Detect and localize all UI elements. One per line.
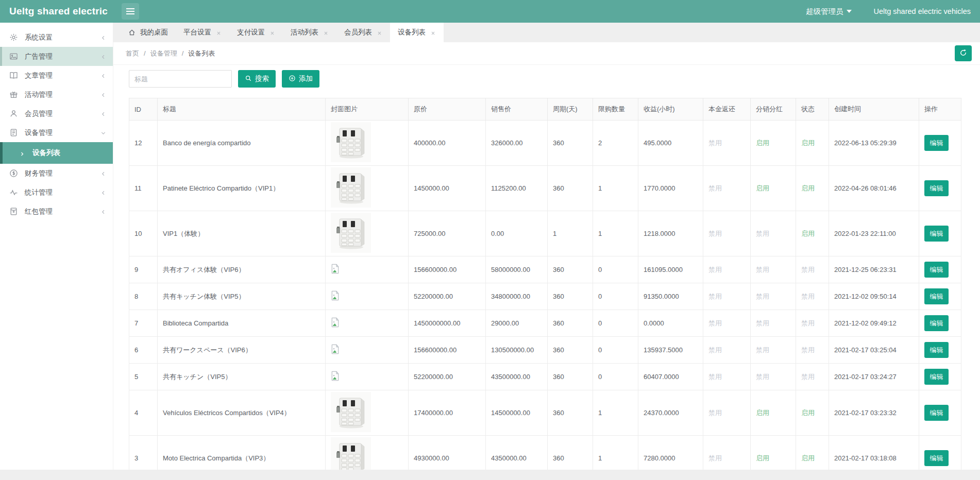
row-distribution-status: 启用 — [751, 166, 796, 211]
search-button[interactable]: 搜索 — [238, 70, 276, 88]
edit-button[interactable]: 编辑 — [924, 405, 949, 421]
row-status: 禁用 — [796, 337, 829, 364]
tab-payment-settings[interactable]: 支付设置 — [229, 23, 283, 42]
row-cover — [326, 337, 409, 364]
row-id: 11 — [129, 166, 158, 211]
broken-image-icon — [331, 268, 340, 276]
status-text: 禁用 — [801, 266, 815, 273]
role-dropdown[interactable]: 超级管理员 — [806, 7, 852, 16]
tab-device-list[interactable]: 设备列表 — [390, 23, 444, 42]
close-icon[interactable] — [269, 30, 275, 36]
edit-button[interactable]: 编辑 — [924, 135, 949, 151]
breadcrumb-item[interactable]: 设备管理 — [150, 49, 177, 58]
brand-title: Ueltg shared electric — [0, 6, 113, 17]
row-title: 共有キッチン体験（VIP5） — [158, 283, 326, 310]
sidebar-item-activity-management[interactable]: 活动管理 — [0, 85, 113, 104]
sidebar-item-system-settings[interactable]: 系统设置 — [0, 28, 113, 47]
status-text: 禁用 — [801, 346, 815, 354]
sidebar-item-member-management[interactable]: 会员管理 — [0, 104, 113, 123]
edit-button[interactable]: 编辑 — [924, 369, 949, 385]
table-row: 7Biblioteca Compartida1450000000.0029000… — [129, 310, 961, 337]
search-input[interactable] — [129, 70, 232, 88]
column-header: 状态 — [796, 98, 829, 121]
row-cover — [326, 390, 409, 436]
row-principal-status: 禁用 — [703, 436, 751, 470]
status-text: 启用 — [801, 409, 815, 417]
row-status: 禁用 — [796, 364, 829, 390]
close-icon[interactable] — [377, 30, 382, 36]
sidebar-item-redpacket-management[interactable]: 红包管理 — [0, 202, 113, 221]
status-text: 禁用 — [708, 409, 722, 417]
device-icon — [9, 128, 18, 137]
row-status: 启用 — [796, 436, 829, 470]
row-income: 91350.0000 — [638, 283, 703, 310]
row-id: 4 — [129, 390, 158, 436]
close-icon[interactable] — [216, 30, 222, 36]
broken-image-icon — [331, 375, 340, 383]
row-limit: 1 — [593, 211, 638, 256]
sidebar-item-article-management[interactable]: 文章管理 — [0, 66, 113, 85]
add-button[interactable]: 添加 — [282, 70, 319, 88]
row-title: 共有ワークスペース（VIP6） — [158, 337, 326, 364]
tab-activity-list[interactable]: 活动列表 — [283, 23, 336, 42]
tab-bar: 我的桌面平台设置支付设置活动列表会员列表设备列表 — [113, 23, 980, 42]
edit-button[interactable]: 编辑 — [924, 288, 949, 304]
edit-button[interactable]: 编辑 — [924, 180, 949, 196]
close-icon[interactable] — [323, 30, 329, 36]
status-text: 启用 — [756, 454, 769, 462]
close-icon[interactable] — [430, 30, 436, 36]
row-sale-price: 0.00 — [486, 211, 548, 256]
column-header: 标题 — [158, 98, 326, 121]
user-icon — [9, 109, 18, 118]
edit-button[interactable]: 编辑 — [924, 226, 949, 242]
status-text: 禁用 — [708, 293, 722, 300]
row-actions: 编辑 — [919, 364, 961, 390]
row-id: 7 — [129, 310, 158, 337]
row-period: 360 — [548, 364, 593, 390]
row-principal-status: 禁用 — [703, 211, 751, 256]
refresh-button[interactable] — [955, 45, 972, 61]
status-text: 启用 — [756, 184, 769, 192]
row-title: Moto Electrica Compartida（VIP3） — [158, 436, 326, 470]
row-created-time: 2021-02-17 03:25:04 — [829, 337, 919, 364]
column-header: 限购数量 — [593, 98, 638, 121]
edit-button[interactable]: 编辑 — [924, 315, 949, 331]
row-period: 1 — [548, 211, 593, 256]
row-income: 161095.0000 — [638, 256, 703, 283]
sidebar-item-ad-management[interactable]: 广告管理 — [0, 47, 113, 66]
chevron-down-icon — [100, 129, 107, 136]
edit-button[interactable]: 编辑 — [924, 262, 949, 278]
header-right: 超级管理员 Ueltg shared electric vehicles — [806, 7, 980, 16]
row-title: 共有オフィス体験（VIP6） — [158, 256, 326, 283]
row-limit: 1 — [593, 390, 638, 436]
search-icon — [245, 75, 252, 83]
column-header: 封面图片 — [326, 98, 409, 121]
row-original-price: 156600000.00 — [409, 337, 486, 364]
device-table: ID标题封面图片原价销售价周期(天)限购数量收益(小时)本金返还分销分红状态创建… — [129, 98, 961, 470]
breadcrumb-item[interactable]: 首页 — [126, 49, 139, 58]
tab-platform-settings[interactable]: 平台设置 — [176, 23, 229, 42]
table-row: 10VIP1（体験）725000.000.00111218.0000禁用禁用启用… — [129, 211, 961, 256]
sidebar-item-stats-management[interactable]: 统计管理 — [0, 183, 113, 202]
sidebar-subitem-device-list[interactable]: 设备列表 — [0, 142, 113, 164]
breadcrumb-separator: / — [182, 49, 184, 57]
edit-button[interactable]: 编辑 — [924, 450, 949, 466]
edit-button[interactable]: 编辑 — [924, 342, 949, 358]
row-sale-price: 130500000.00 — [486, 337, 548, 364]
tab-my-desktop[interactable]: 我的桌面 — [121, 23, 176, 42]
row-income: 1218.0000 — [638, 211, 703, 256]
sidebar-item-device-management[interactable]: 设备管理 — [0, 123, 113, 142]
status-text: 禁用 — [756, 373, 769, 381]
toolbar: 搜索 添加 — [129, 70, 961, 88]
chevron-left-icon — [100, 91, 107, 98]
row-created-time: 2021-12-02 09:50:14 — [829, 283, 919, 310]
row-cover — [326, 256, 409, 283]
sidebar-toggle-button[interactable] — [122, 3, 139, 20]
status-text: 禁用 — [756, 319, 769, 327]
row-created-time: 2022-01-23 22:11:00 — [829, 211, 919, 256]
sidebar-item-finance-management[interactable]: 财务管理 — [0, 164, 113, 183]
content-panel: 搜索 添加 ID标题封面图片原价销售价周期(天)限购数量收益(小时)本金返还分销… — [113, 65, 980, 470]
chevron-left-icon — [100, 53, 107, 60]
row-sale-price: 326000.00 — [486, 121, 548, 166]
tab-member-list[interactable]: 会员列表 — [336, 23, 390, 42]
